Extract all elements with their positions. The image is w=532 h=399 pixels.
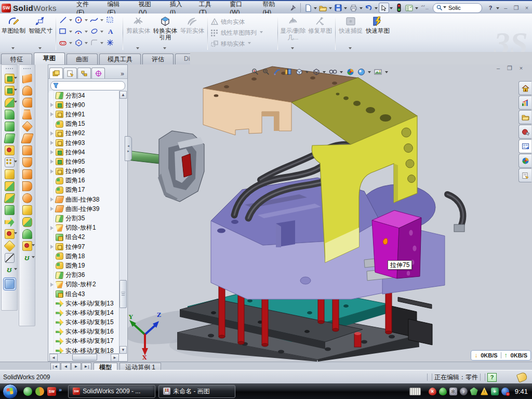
view-orientation-icon[interactable]	[294, 67, 303, 76]
sketch-button[interactable]: 草图绘制	[0, 14, 27, 52]
rapid-sketch-button[interactable]: 快速草图	[364, 14, 391, 52]
trim-dropdown-icon[interactable]	[136, 47, 139, 51]
custom-properties-tab[interactable]	[518, 168, 531, 182]
new-document-icon[interactable]	[303, 3, 313, 12]
convert-dropdown-icon[interactable]	[163, 47, 166, 51]
smart-dimension-dropdown-icon[interactable]	[38, 47, 42, 51]
help-icon[interactable]: ?	[486, 4, 495, 12]
sketch-fillet-icon[interactable]	[90, 39, 98, 48]
scroll-thumb[interactable]	[119, 280, 127, 308]
options-icon[interactable]	[405, 3, 414, 12]
sketch-dropdown-icon[interactable]	[11, 47, 15, 51]
tree-item-fillet19[interactable]: 圆角19	[49, 261, 119, 270]
tree-item-surface-extrude38[interactable]: 曲面-拉伸38	[49, 195, 119, 204]
ellipse-dropdown-icon[interactable]	[100, 31, 103, 34]
open-dropdown-icon[interactable]	[329, 7, 332, 11]
display-style-icon[interactable]	[311, 67, 321, 76]
expand-icon[interactable]	[50, 158, 55, 165]
expand-icon[interactable]	[50, 102, 55, 108]
tags-icon[interactable]	[516, 371, 528, 382]
spline-dropdown-icon[interactable]	[100, 19, 103, 23]
scroll-left-icon[interactable]: ◄	[49, 354, 58, 362]
core-button[interactable]	[19, 168, 35, 180]
restore-button[interactable]: ❐	[512, 4, 520, 12]
print-icon[interactable]	[349, 3, 358, 12]
quicklaunch-messenger-icon[interactable]	[23, 387, 32, 396]
tree-item-split35[interactable]: 分割35	[49, 214, 119, 223]
expand-icon[interactable]	[50, 244, 55, 250]
expand-icon[interactable]	[50, 111, 55, 117]
hole-wizard-button[interactable]	[2, 144, 17, 156]
display-style-dropdown-icon[interactable]	[323, 71, 326, 75]
tab-surfaces[interactable]: 曲面	[66, 54, 98, 65]
apply-scene-icon[interactable]	[356, 67, 366, 76]
slot-dropdown-icon[interactable]	[69, 42, 72, 46]
draft-analysis-button[interactable]	[19, 85, 35, 97]
parting-line-button[interactable]	[19, 73, 35, 85]
scroll-right-icon[interactable]: ►	[111, 354, 119, 362]
doc-restore-button[interactable]: ❐	[505, 64, 514, 72]
sketch-fillet-dropdown-icon[interactable]	[100, 42, 103, 46]
reference-axis-button[interactable]	[19, 240, 35, 252]
scroll-down-icon[interactable]: ▼	[119, 346, 127, 354]
tooling-split-button[interactable]	[19, 132, 35, 144]
motion-study-tab[interactable]: 运动算例 1	[119, 363, 161, 370]
sw-resources-tab[interactable]	[518, 81, 531, 95]
point-tool-icon[interactable]	[107, 39, 114, 48]
tree-item-split34[interactable]: 分割34	[49, 91, 119, 100]
expand-icon[interactable]	[50, 282, 55, 288]
model-tab[interactable]: 模型	[94, 363, 117, 370]
arc-tool-icon[interactable]	[74, 28, 83, 37]
mirror-entities-button[interactable]: ! 镜向实体	[209, 17, 276, 27]
tree-item-combine42[interactable]: 组合42	[49, 233, 119, 242]
circle-tool-icon[interactable]	[74, 16, 83, 26]
edit-appearance-icon[interactable]	[345, 67, 355, 76]
scale-button[interactable]	[19, 144, 35, 156]
tree-vertical-scrollbar[interactable]: ▲ ▼	[119, 91, 127, 354]
model-3d-scene[interactable]	[128, 64, 532, 362]
quick-snaps-button[interactable]: 快速捕捉	[337, 14, 364, 52]
reference-geometry-button[interactable]	[2, 228, 17, 240]
move-entities-dropdown-icon[interactable]	[248, 42, 251, 46]
quicklaunch-solidworks-icon[interactable]: SW	[47, 387, 56, 396]
undercut-detection-button[interactable]	[19, 97, 35, 109]
tray-antivirus-icon[interactable]	[439, 388, 447, 395]
keyboard-layout-icon[interactable]	[409, 388, 421, 395]
tray-security-alert-icon[interactable]: ×	[429, 388, 436, 395]
tree-item-extrude93[interactable]: 拉伸93	[49, 138, 119, 148]
tray-volume-icon[interactable]: ♪	[460, 388, 468, 395]
expand-icon[interactable]	[50, 206, 55, 212]
linear-pattern-dropdown-icon[interactable]	[260, 31, 263, 35]
save-icon[interactable]	[334, 3, 343, 12]
zoom-area-icon[interactable]	[261, 67, 271, 76]
start-button[interactable]	[3, 384, 18, 399]
repair-sketch-button[interactable]: 修复草图	[307, 14, 334, 52]
tree-item-loft-cut2[interactable]: 切除-放样2	[49, 280, 119, 289]
instant3d-button[interactable]	[2, 240, 17, 252]
combine-button[interactable]	[2, 204, 17, 216]
new-dropdown-icon[interactable]	[314, 7, 317, 11]
text-tool-icon[interactable]: A	[107, 28, 114, 37]
line-dropdown-icon[interactable]	[69, 19, 72, 23]
taskbar-task-solidworks[interactable]: SW SolidWorks 2009 - ...	[68, 385, 155, 398]
tree-item-move-copy14[interactable]: 实体-移动/复制14	[49, 308, 119, 317]
tray-sync-icon[interactable]: −	[501, 388, 509, 395]
hide-show-dropdown-icon[interactable]	[340, 71, 343, 75]
tree-item-extrude92[interactable]: 拉伸92	[49, 129, 119, 138]
search-dropdown-icon[interactable]	[443, 6, 446, 10]
close-button[interactable]: ×	[523, 4, 531, 12]
tree-item-extrude91[interactable]: 拉伸91	[49, 110, 119, 119]
pick-box-icon[interactable]	[106, 16, 114, 26]
tree-item-move-copy17[interactable]: 实体-移动/复制17	[49, 337, 119, 346]
tree-filter-input[interactable]	[50, 81, 125, 90]
quick-snaps-dropdown-icon[interactable]	[349, 47, 352, 51]
tray-warning-icon[interactable]: !	[481, 388, 488, 395]
configuration-manager-tab[interactable]	[77, 68, 91, 78]
open-document-icon[interactable]	[318, 3, 328, 12]
apply-scene-dropdown-icon[interactable]	[368, 71, 371, 75]
chamfer-button[interactable]	[2, 109, 17, 121]
slot-tool-icon[interactable]	[59, 39, 67, 48]
ellipse-tool-icon[interactable]	[90, 28, 99, 37]
quick-tips-icon[interactable]: ?	[487, 373, 497, 382]
view-palette-tab[interactable]	[518, 139, 531, 153]
